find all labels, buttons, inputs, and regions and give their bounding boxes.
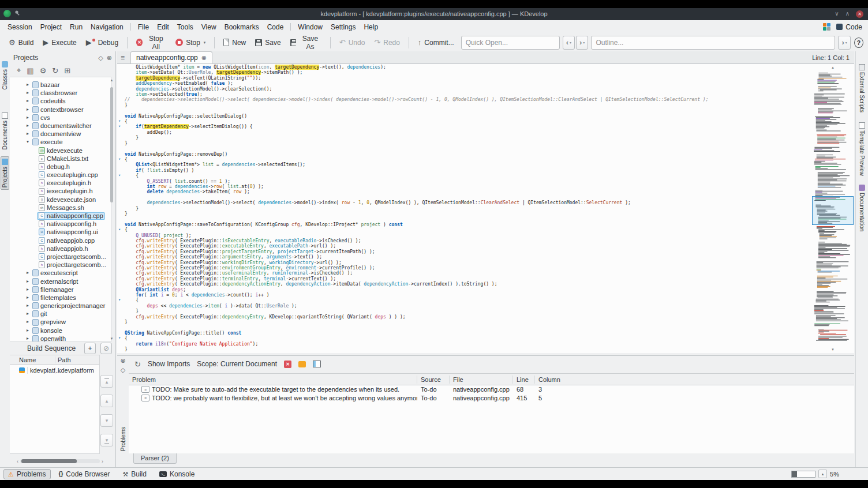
tree-item[interactable]: {}kdevexecute.json [10,196,111,204]
tree-item[interactable]: ▸documentview [10,130,111,138]
scroll-down-icon[interactable]: ▾ [108,336,115,341]
move-down-button[interactable]: ▾ [100,414,113,427]
fold-marker-icon[interactable]: ▾ [118,157,121,162]
build-sequence-hscrollbar[interactable]: ‹ › [17,457,103,465]
expander-icon[interactable]: ▸ [25,89,31,97]
add-to-build-sequence-button[interactable]: + [84,343,96,354]
code-lines[interactable]: QListWidgetItem* item = new QListWidgetI… [117,65,810,352]
tree-item[interactable]: Cexecuteplugin.cpp [10,171,111,179]
close-panel-icon[interactable]: ⊗ [107,54,112,62]
tree-item[interactable]: hdebug.h [10,163,111,171]
move-bottom-button[interactable]: ▾ [100,434,113,446]
menu-item-view[interactable]: View [197,21,220,33]
move-up-button[interactable]: ▴ [100,395,113,407]
fold-marker-icon[interactable]: ▾ [118,173,121,178]
tree-item[interactable]: hnativeappconfig.h [10,220,111,228]
tab-close-icon[interactable]: ⊗ [201,54,207,62]
menu-item-code[interactable]: Code [263,21,288,33]
reload-icon[interactable]: ↻ [134,360,141,369]
dock-tab-template-preview[interactable]: Template Preview [858,121,866,178]
expander-icon[interactable]: ▸ [25,269,31,277]
minimap-viewport[interactable] [812,196,854,225]
list-mode-icon[interactable]: ▥ [27,66,33,75]
hscroll-thumb[interactable] [21,459,77,463]
tree-item[interactable]: shMessages.sh [10,204,111,212]
execute-button[interactable]: ▶Execute [39,37,80,48]
code-editor[interactable]: QListWidgetItem* item = new QListWidgetI… [117,64,854,353]
tree-item[interactable]: ▾execute [10,138,111,146]
minimap-scroll-down-icon[interactable]: ▾ [811,346,854,353]
expander-icon[interactable]: ▸ [25,318,31,326]
expander-icon[interactable]: ▸ [25,122,31,130]
tree-item[interactable]: ▸git [10,310,111,318]
statusbar-tab-problems[interactable]: ⚠Problems [3,469,51,479]
fold-marker-icon[interactable]: ▾ [118,124,121,129]
tree-item[interactable]: ▸contextbrowser [10,106,111,114]
dock-tab-external-scripts[interactable]: External Scripts [858,62,866,114]
menu-item-project[interactable]: Project [36,21,66,33]
menu-item-help[interactable]: Help [360,21,382,33]
back-button[interactable]: ‹▾ [563,36,575,50]
tree-item[interactable]: hiexecuteplugin.h [10,187,111,195]
tree-item[interactable]: ▸executescript [10,269,111,277]
scrollbar-thumb[interactable] [110,87,113,202]
expander-icon[interactable]: ▾ [25,138,31,146]
stop-button[interactable]: Stop▾ [171,37,209,48]
scroll-left-icon[interactable]: ‹ [17,459,18,464]
tree-item[interactable]: ▸externalscript [10,277,111,286]
tree-item[interactable]: ▸filemanager [10,286,111,294]
locate-document-icon[interactable]: ⌖ [17,66,21,75]
fold-marker-icon[interactable]: ▾ [118,119,121,124]
tree-item[interactable]: hprojecttargetscomb... [10,261,111,269]
tree-item[interactable]: Cnativeappconfig.cpp [10,212,111,220]
build-sequence-row[interactable]: kdevplatf... kdevplatform [10,365,99,375]
menu-item-navigation[interactable]: Navigation [87,21,128,33]
tree-item[interactable]: ▸documentswitcher [10,122,111,130]
stop-all-button[interactable]: ✕Stop All [132,33,170,52]
tree-item[interactable]: hexecuteplugin.h [10,179,111,187]
menu-item-file[interactable]: File [134,21,153,33]
menu-item-window[interactable]: Window [294,21,327,33]
expander-icon[interactable]: ▸ [25,106,31,114]
float-panel-icon[interactable]: ◇ [98,54,103,62]
errors-filter-icon[interactable]: ✕ [284,361,291,368]
tree-item[interactable]: ◎kdevexecute [10,147,111,155]
tree-item[interactable]: ▸grepview [10,318,111,326]
tree-item[interactable]: ▸filetemplates [10,294,111,302]
fold-marker-icon[interactable]: ▾ [118,336,121,341]
expander-icon[interactable]: ▸ [25,326,31,335]
hscroll-track[interactable] [20,459,100,463]
warnings-filter-icon[interactable] [298,361,306,367]
expander-icon[interactable]: ▸ [25,114,31,122]
tree-item[interactable]: ▸codeutils [10,97,111,105]
expander-icon[interactable]: ▸ [25,277,31,286]
save-as-button[interactable]: Save As [286,33,326,52]
titlebar[interactable]: kdevplatform - [ kdevplatform:plugins/ex… [0,8,868,20]
quick-open-input[interactable] [461,36,560,50]
tree-item[interactable]: ▸bazaar [10,81,111,89]
tree-item[interactable]: Cnativeappjob.cpp [10,237,111,245]
build-sequence-table[interactable]: Name Path kdevplatf... kdevplatform [10,355,100,454]
float-panel-icon[interactable]: ◇ [121,366,125,373]
save-button[interactable]: Save [251,37,285,48]
minimap-scrollbar[interactable]: ▴ ▾ [811,64,854,353]
debug-button[interactable]: ▶Debug [82,37,122,48]
expander-icon[interactable]: ▸ [25,302,31,310]
fold-marker-icon[interactable]: ▾ [118,227,121,232]
show-imports-button[interactable]: Show Imports [148,360,190,368]
expander-icon[interactable]: ▸ [25,335,31,342]
tree-item[interactable]: ▸classbrowser [10,89,111,97]
tree-item[interactable]: ▸genericprojectmanager [10,302,111,310]
expander-icon[interactable]: ▸ [25,81,31,89]
projects-tree[interactable]: ▸bazaar▸classbrowser▸codeutils▸contextbr… [10,77,111,342]
undo-button[interactable]: ↶Undo [335,37,369,48]
minimize-icon[interactable]: ∨ [835,10,839,18]
menu-item-tools[interactable]: Tools [173,21,197,33]
expander-icon[interactable]: ▸ [25,286,31,294]
tree-item[interactable]: Cprojecttargetscomb... [10,253,111,261]
dock-tab-documents[interactable]: Documents [1,111,9,152]
menu-item-settings[interactable]: Settings [327,21,360,33]
tree-item[interactable]: hnativeappjob.h [10,245,111,253]
scroll-right-icon[interactable]: › [102,459,103,464]
parser-tab[interactable]: Parser (2) [133,453,177,464]
